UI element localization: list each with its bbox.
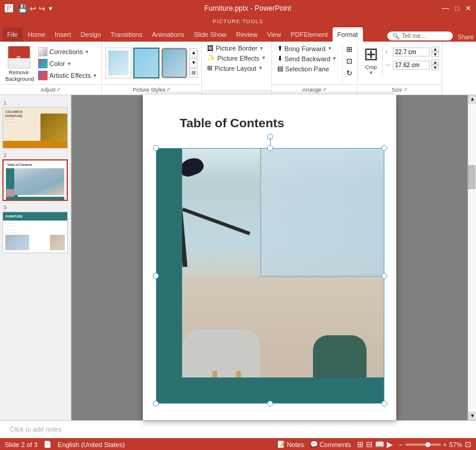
tab-insert[interactable]: Insert: [50, 27, 76, 42]
slide-1-thumbnail: COLUMBUSFURNITURE ······················…: [2, 107, 68, 149]
slide-thumb-3[interactable]: 3 FURNITURE ····························…: [2, 204, 68, 253]
tab-home[interactable]: Home: [23, 27, 50, 42]
teal-bar-bottom: [156, 377, 384, 404]
reading-view-button[interactable]: 📖: [375, 440, 384, 449]
send-backward-button[interactable]: ⬇ Send Backward ▼: [275, 54, 339, 63]
selection-pane-button[interactable]: ▤ Selection Pane: [275, 64, 339, 73]
tab-design[interactable]: Design: [76, 27, 106, 42]
page-icon: 📄: [43, 440, 52, 448]
scroll-up-button[interactable]: ▲: [468, 95, 476, 103]
minimize-button[interactable]: —: [442, 4, 449, 12]
app-icon: 🅿: [5, 4, 13, 13]
zoom-slider-thumb[interactable]: [425, 442, 430, 447]
artistic-effects-button[interactable]: Artistic Effects ▼: [36, 70, 99, 81]
rotate-handle[interactable]: [267, 134, 273, 140]
color-dropdown[interactable]: ▼: [67, 61, 71, 67]
adjust-group-label: Adjust ⤢: [0, 84, 101, 95]
width-up-button[interactable]: ▲: [431, 59, 439, 65]
slideshow-button[interactable]: ▶: [387, 440, 393, 449]
group-button[interactable]: ⊡: [345, 56, 353, 67]
main-area: 1 COLUMBUSFURNITURE ····················…: [0, 95, 476, 420]
comments-button[interactable]: 💬 Comments: [310, 440, 351, 448]
picture-style-2[interactable]: [133, 48, 159, 78]
adjust-group: ✂ RemoveBackground Corrections ▼ Color ▼: [0, 42, 102, 95]
zoom-in-button[interactable]: +: [443, 441, 447, 448]
crop-button[interactable]: ⊞ Crop ▼: [360, 44, 383, 77]
tab-transitions[interactable]: Transitions: [106, 27, 147, 42]
border-dropdown[interactable]: ▼: [259, 46, 264, 51]
ribbon: ✂ RemoveBackground Corrections ▼ Color ▼: [0, 42, 476, 95]
notes-button[interactable]: 📝 Notes: [277, 440, 304, 448]
tab-format[interactable]: Format: [333, 27, 363, 42]
arrange-expand-icon[interactable]: ⤢: [322, 87, 327, 92]
picture-border-button[interactable]: 🖼 Picture Border ▼: [205, 44, 268, 52]
picture-style-1[interactable]: [105, 48, 131, 78]
save-button[interactable]: 💾: [18, 4, 27, 13]
slide-2-number: 2: [2, 152, 68, 158]
customize-qat-button[interactable]: ▼: [48, 5, 54, 12]
height-down-button[interactable]: ▼: [431, 52, 439, 57]
tell-me-input[interactable]: 🔍 Tell me...: [387, 32, 453, 40]
zoom-slider[interactable]: [405, 443, 441, 446]
corrections-dropdown[interactable]: ▼: [84, 49, 89, 55]
picture-options-group: 🖼 Picture Border ▼ ✨ Picture Effects ▼ ⊞…: [202, 42, 272, 95]
styles-expand-icon[interactable]: ⤢: [167, 87, 171, 92]
picture-border-icon: 🖼: [207, 45, 214, 52]
remove-background-button[interactable]: ✂ RemoveBackground: [2, 44, 35, 84]
crop-dropdown[interactable]: ▼: [369, 70, 374, 75]
gallery-down-button[interactable]: ▼: [189, 58, 198, 68]
bring-forward-button[interactable]: ⬆ Bring Forward ▼: [275, 44, 339, 53]
height-up-button[interactable]: ▲: [431, 46, 439, 52]
picture-style-3[interactable]: [161, 48, 187, 78]
adjust-expand-icon[interactable]: ⤢: [57, 87, 61, 92]
corrections-button[interactable]: Corrections ▼: [36, 46, 99, 57]
rotate-button[interactable]: ↻: [345, 68, 353, 78]
crop-icon: ⊞: [364, 45, 378, 63]
slide-thumb-2[interactable]: 2 Table of Contents: [2, 152, 68, 201]
slide-title: Table of Contents: [180, 116, 284, 130]
layout-dropdown[interactable]: ▼: [258, 65, 263, 71]
tab-pdfelement[interactable]: PDFElement: [286, 27, 332, 42]
slide-canvas[interactable]: Table of Contents: [143, 95, 396, 420]
maximize-button[interactable]: □: [455, 4, 459, 12]
send-backward-dropdown[interactable]: ▼: [332, 56, 337, 61]
align-button[interactable]: ⊞: [345, 44, 353, 55]
picture-effects-label: Picture Effects: [217, 55, 259, 62]
slide-sorter-button[interactable]: ⊟: [366, 440, 372, 449]
tab-review[interactable]: Review: [231, 27, 262, 42]
redo-button[interactable]: ↪: [39, 4, 45, 13]
effects-dropdown[interactable]: ▼: [261, 55, 266, 61]
picture-layout-button[interactable]: ⊞ Picture Layout ▼: [205, 64, 268, 73]
color-button[interactable]: Color ▼: [36, 58, 99, 69]
artistic-dropdown[interactable]: ▼: [92, 73, 97, 78]
size-expand-icon[interactable]: ⤢: [403, 87, 408, 92]
scroll-thumb[interactable]: [468, 165, 475, 189]
gallery-more-button[interactable]: ⊟: [189, 68, 198, 78]
tab-view[interactable]: View: [262, 27, 286, 42]
search-icon: 🔍: [392, 33, 399, 39]
tab-animations[interactable]: Animations: [147, 27, 189, 42]
gallery-up-button[interactable]: ▲: [189, 48, 198, 58]
slide-info: Slide 2 of 3: [5, 441, 37, 448]
window-title: Furniture.pptx - PowerPoint: [54, 4, 442, 12]
fit-slide-button[interactable]: ⊡: [465, 440, 471, 449]
bring-forward-dropdown[interactable]: ▼: [327, 46, 332, 51]
tab-file[interactable]: File: [2, 27, 23, 42]
slide-image-container[interactable]: [156, 148, 384, 404]
width-down-button[interactable]: ▼: [431, 65, 439, 70]
height-input[interactable]: [393, 48, 430, 56]
close-button[interactable]: ✕: [465, 4, 471, 12]
tab-slideshow[interactable]: Slide Show: [189, 27, 231, 42]
zoom-out-button[interactable]: −: [399, 441, 402, 448]
width-input[interactable]: [393, 61, 430, 70]
undo-button[interactable]: ↩: [30, 4, 36, 13]
slide-thumb-1[interactable]: 1 COLUMBUSFURNITURE ····················…: [2, 100, 68, 149]
picture-effects-button[interactable]: ✨ Picture Effects ▼: [205, 54, 268, 62]
scroll-down-button[interactable]: ▼: [468, 412, 476, 420]
bring-forward-label: Bring Forward: [284, 45, 325, 52]
share-button[interactable]: Share: [458, 34, 474, 40]
picture-options-label: [202, 90, 271, 95]
normal-view-button[interactable]: ⊞: [357, 440, 364, 449]
format-tab-label-bar: PICTURE TOOLS: [0, 17, 476, 26]
notes-area[interactable]: Click to add notes: [0, 420, 476, 438]
